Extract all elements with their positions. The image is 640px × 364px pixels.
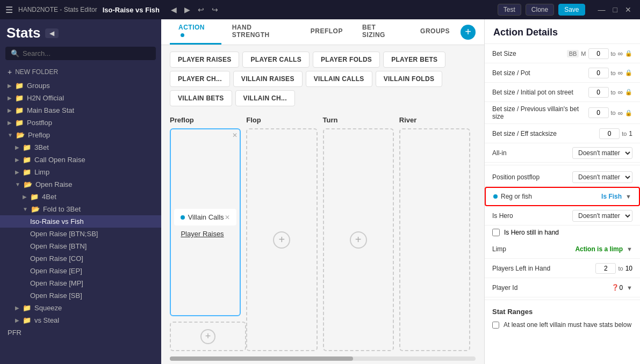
sidebar-item-fold-to-3bet[interactable]: ▼ 📂 Fold to 3Bet — [0, 203, 161, 215]
add-icon: + — [273, 231, 290, 249]
turn-box[interactable]: + — [323, 128, 394, 351]
maximize-button[interactable]: □ — [610, 5, 621, 14]
sidebar-item-call-open-raise[interactable]: ▶ 📁 Call Open Raise — [0, 154, 161, 166]
sidebar-item-main-base[interactable]: ▶ 📁 Main Base Stat — [0, 104, 161, 117]
position-postflop-select[interactable]: Doesn't matter — [572, 171, 632, 183]
chevron-down-icon[interactable]: ▼ — [625, 193, 631, 200]
preflop-add-box[interactable]: + — [170, 322, 246, 351]
player-bets-button[interactable]: PLAYER BETS — [383, 52, 445, 68]
hamburger-icon[interactable]: ☰ — [5, 5, 13, 15]
sidebar-item-limp[interactable]: ▶ 📁 Limp — [0, 166, 161, 178]
chevron-icon: ▶ — [15, 144, 19, 150]
villain-calls-close[interactable]: ✕ — [225, 214, 230, 221]
player-folds-button[interactable]: PLAYER FOLDS — [313, 52, 380, 68]
sidebar-item-label: Open Raise [MP] — [30, 279, 83, 287]
close-icon[interactable]: ✕ — [232, 132, 238, 139]
villain-folds-button[interactable]: VILLAIN FOLDS — [376, 71, 443, 87]
test-button[interactable]: Test — [498, 4, 521, 16]
clone-button[interactable]: Clone — [526, 4, 554, 16]
add-filter-button[interactable]: + — [461, 25, 476, 40]
undo-button[interactable]: ↩ — [195, 4, 207, 15]
chevron-down-icon[interactable]: ▼ — [627, 246, 632, 252]
river-box[interactable] — [399, 128, 470, 351]
tab-dot — [181, 33, 184, 37]
sidebar-item-open-raise-co[interactable]: Open Raise [CO] — [0, 252, 161, 265]
sidebar-header: Stats ◀ — [0, 19, 161, 47]
preflop-box[interactable]: ✕ Villain Calls ✕ Player Raises — [170, 128, 241, 316]
bet-size-eff-from[interactable] — [599, 128, 620, 139]
lock-icon[interactable]: 🔒 — [625, 50, 632, 57]
tab-bet-sizing[interactable]: BET SIZING — [354, 19, 409, 45]
to-label: to — [611, 50, 616, 57]
chevron-down-icon[interactable]: ▼ — [627, 285, 632, 291]
villain-calls-button[interactable]: VILLAIN CALLS — [306, 71, 372, 87]
bet-size-initial-pot-from[interactable] — [588, 87, 609, 98]
sidebar: Stats ◀ 🔍 + NEW FOLDER ▶ 📁 Groups ▶ 📁 — [0, 19, 161, 364]
is-hero-in-hand-checkbox[interactable] — [492, 229, 500, 236]
villain-bets-button[interactable]: VILLAIN BETS — [170, 90, 232, 106]
sidebar-item-3bet[interactable]: ▶ 📁 3Bet — [0, 141, 161, 154]
sidebar-item-postflop[interactable]: ▶ 📁 Postflop — [0, 117, 161, 129]
sidebar-item-open-raise-sb[interactable]: Open Raise [SB] — [0, 289, 161, 302]
flop-box[interactable]: + — [246, 128, 317, 351]
tab-action[interactable]: ACTION — [170, 19, 221, 45]
reg-or-fish-controls: Is Fish ▼ — [601, 193, 631, 200]
villain-calls-card[interactable]: Villain Calls ✕ — [174, 209, 236, 225]
chevron-icon: ▼ — [8, 132, 13, 138]
sidebar-item-h2n[interactable]: ▶ 📁 H2N Official — [0, 92, 161, 104]
save-button[interactable]: Save — [558, 4, 585, 16]
player-raises-button[interactable]: PLAYER RAISES — [170, 52, 239, 68]
sidebar-item-open-raise-btn[interactable]: Open Raise [BTN] — [0, 240, 161, 252]
villain-checks-button[interactable]: VILLAIN CH... — [235, 90, 295, 106]
sidebar-item-open-raise-ep[interactable]: Open Raise [EP] — [0, 265, 161, 277]
horizontal-scrollbar[interactable] — [170, 356, 476, 364]
lock-icon[interactable]: 🔒 — [625, 89, 632, 96]
tab-groups[interactable]: GROUPS — [412, 23, 458, 41]
bet-size-from[interactable] — [588, 48, 609, 59]
sidebar-item-preflop[interactable]: ▼ 📂 Preflop — [0, 129, 161, 141]
forward-button[interactable]: ▶ — [182, 4, 193, 15]
is-hero-select[interactable]: Doesn't matter — [572, 210, 632, 222]
players-left-label: Players Left in Hand — [492, 265, 595, 272]
sidebar-item-pfr[interactable]: PFR — [0, 326, 161, 339]
lock-icon[interactable]: 🔒 — [625, 69, 632, 76]
detail-row-players-left: Players Left in Hand to 10 — [485, 259, 640, 278]
bet-size-prev-villain-label: Bet size / Previous villain's bet size — [492, 105, 588, 120]
sidebar-item-open-raise-mp[interactable]: Open Raise [MP] — [0, 277, 161, 289]
lock-icon[interactable]: 🔒 — [625, 110, 632, 117]
window-controls: — □ ✕ — [595, 5, 635, 14]
sidebar-item-label: Open Raise [BTN] — [30, 242, 87, 250]
sidebar-item-label: PFR — [8, 329, 21, 337]
sidebar-item-vs-steal[interactable]: ▶ 📁 vs Steal — [0, 314, 161, 326]
sidebar-item-open-raise-btn-sb[interactable]: Open Raise [BTN;SB] — [0, 228, 161, 240]
tab-hand-strength[interactable]: HAND STRENGTH — [224, 19, 300, 45]
search-input[interactable] — [23, 49, 150, 57]
sidebar-item-groups[interactable]: ▶ 📁 Groups — [0, 79, 161, 92]
players-left-from[interactable] — [595, 263, 616, 274]
new-folder-button[interactable]: + NEW FOLDER — [0, 64, 161, 79]
tab-preflop[interactable]: PREFLOP — [302, 23, 351, 41]
bb-unit: BB — [567, 50, 579, 57]
sidebar-item-4bet[interactable]: ▶ 📁 4Bet — [0, 191, 161, 203]
sidebar-item-open-raise[interactable]: ▼ 📂 Open Raise — [0, 178, 161, 191]
player-raises-link[interactable]: Player Raises — [174, 228, 236, 240]
back-button[interactable]: ◀ — [168, 4, 179, 15]
player-calls-button[interactable]: PLAYER CALLS — [242, 52, 310, 68]
bet-size-prev-villain-from[interactable] — [588, 107, 609, 118]
redo-button[interactable]: ↪ — [209, 4, 221, 15]
all-in-select[interactable]: Doesn't matter — [572, 147, 632, 159]
detail-row-limp: Limp Action is a limp ▼ — [485, 239, 640, 259]
player-checks-button[interactable]: PLAYER CH... — [170, 71, 230, 87]
stat-ranges-checkbox[interactable] — [492, 322, 499, 329]
sidebar-collapse-button[interactable]: ◀ — [45, 28, 59, 38]
villain-raises-button[interactable]: VILLAIN RAISES — [233, 71, 303, 87]
sidebar-item-iso-raise-fish[interactable]: Iso-Raise vs Fish — [0, 215, 161, 228]
plus-icon: + — [8, 68, 12, 76]
bet-size-pot-from[interactable] — [588, 68, 609, 78]
player-id-help[interactable]: ❓ — [612, 284, 619, 291]
minimize-button[interactable]: — — [595, 5, 609, 14]
scrollbar-thumb[interactable] — [170, 356, 353, 361]
close-button[interactable]: ✕ — [622, 5, 635, 14]
sidebar-item-squeeze[interactable]: ▶ 📁 Squeeze — [0, 302, 161, 314]
bet-size-prev-villain-to: ∞ — [618, 109, 623, 117]
